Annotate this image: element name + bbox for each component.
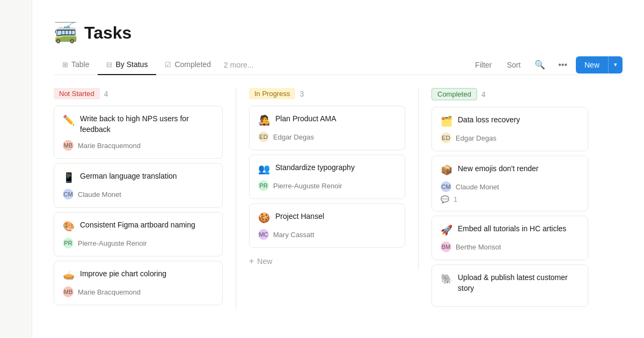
- task-card[interactable]: ✏️Write back to high NPS users for feedb…: [54, 106, 223, 159]
- avatar: BM: [441, 241, 451, 252]
- sort-button[interactable]: Sort: [501, 57, 526, 72]
- filter-button[interactable]: Filter: [470, 57, 497, 72]
- task-emoji: 🥧: [63, 269, 75, 281]
- search-button[interactable]: 🔍: [530, 56, 550, 73]
- task-card[interactable]: 🧑‍🎤Plan Product AMAEDEdgar Degas: [249, 106, 405, 150]
- task-assignee: EDEdgar Degas: [441, 133, 579, 143]
- task-title-row: 🚀Embed all tutorials in HC articles: [441, 224, 579, 236]
- task-assignee: EDEdgar Degas: [258, 131, 396, 142]
- comment-count: 1: [453, 195, 457, 203]
- kanban-column-completed: Completed4🗂️Data loss recoveryEDEdgar De…: [419, 88, 601, 311]
- task-emoji: 👥: [258, 163, 270, 175]
- task-card[interactable]: 🗂️Data loss recoveryEDEdgar Degas: [431, 107, 588, 151]
- task-card[interactable]: 🎨Consistent Figma artboard namingPRPierr…: [54, 212, 223, 256]
- tab-table-label: Table: [71, 60, 89, 69]
- column-count-completed: 4: [481, 90, 486, 99]
- new-button-group: New ▾: [576, 56, 623, 74]
- task-card[interactable]: 🐘Upload & publish latest customer story: [431, 264, 588, 307]
- avatar: MB: [63, 286, 74, 297]
- task-title-row: 📱German language translation: [63, 171, 214, 183]
- task-title-row: 🍪Project Hansel: [258, 211, 396, 224]
- task-title: Improve pie chart coloring: [80, 269, 166, 280]
- assignee-name: Edgar Degas: [456, 134, 496, 142]
- status-badge-not-started: Not Started: [54, 88, 100, 99]
- tab-bar: ⊞ Table ⊟ By Status ☑ Completed 2 more..…: [54, 55, 623, 75]
- task-assignee: CMClaude Monet: [63, 189, 214, 200]
- task-title-row: 🗂️Data loss recovery: [441, 115, 579, 127]
- page-title: Tasks: [84, 23, 131, 43]
- more-options-button[interactable]: •••: [554, 57, 572, 73]
- task-card[interactable]: 📱German language translationCMClaude Mon…: [54, 163, 223, 208]
- task-card[interactable]: 📦New emojis don't renderCMClaude Monet💬1: [431, 156, 588, 211]
- comment-icon: 💬: [441, 195, 449, 203]
- avatar: ED: [258, 131, 269, 142]
- kanban-board: Not Started4✏️Write back to high NPS use…: [54, 88, 623, 311]
- task-title: German language translation: [80, 171, 177, 182]
- avatar: MB: [63, 140, 74, 151]
- tab-completed[interactable]: ☑ Completed: [156, 55, 219, 75]
- task-title-row: 🧑‍🎤Plan Product AMA: [258, 114, 396, 126]
- task-assignee: PRPierre-Auguste Renoir: [63, 238, 214, 248]
- task-assignee: MCMary Cassatt: [258, 229, 396, 240]
- new-button[interactable]: New: [576, 56, 608, 74]
- avatar: MC: [258, 229, 269, 240]
- task-card[interactable]: 👥Standardize typographyPRPierre-Auguste …: [249, 155, 405, 199]
- task-title: Project Hansel: [275, 211, 324, 222]
- task-title-row: 🐘Upload & publish latest customer story: [441, 273, 579, 293]
- task-title-row: 📦New emojis don't render: [441, 164, 579, 176]
- assignee-name: Mary Cassatt: [273, 231, 314, 239]
- task-emoji: 🐘: [441, 273, 452, 285]
- main-content: 🚎 Tasks ⊞ Table ⊟ By Status ☑ Completed …: [32, 0, 644, 311]
- task-title: Data loss recovery: [458, 115, 520, 126]
- new-button-dropdown[interactable]: ▾: [608, 56, 623, 74]
- column-count-not-started: 4: [104, 90, 108, 98]
- task-emoji: 📱: [63, 172, 75, 183]
- task-card[interactable]: 🍪Project HanselMCMary Cassatt: [249, 203, 405, 248]
- new-task-button[interactable]: +New: [249, 252, 405, 270]
- task-title-row: ✏️Write back to high NPS users for feedb…: [63, 114, 214, 135]
- tab-by-status[interactable]: ⊟ By Status: [98, 55, 156, 75]
- task-emoji: 🗂️: [441, 115, 452, 127]
- status-badge-completed: Completed: [431, 88, 477, 100]
- task-emoji: 🎨: [63, 221, 75, 232]
- column-header-in-progress: In Progress3: [249, 88, 405, 99]
- task-title: Plan Product AMA: [275, 114, 336, 124]
- tab-more[interactable]: 2 more...: [219, 55, 258, 75]
- new-task-label: New: [257, 257, 272, 266]
- assignee-name: Edgar Degas: [273, 133, 314, 141]
- completed-tab-icon: ☑: [165, 61, 171, 69]
- avatar: ED: [441, 133, 451, 143]
- task-title: Consistent Figma artboard naming: [80, 220, 195, 231]
- assignee-name: Claude Monet: [456, 183, 499, 191]
- task-title: Standardize typography: [275, 163, 355, 173]
- task-title-row: 🎨Consistent Figma artboard naming: [63, 220, 214, 232]
- status-badge-in-progress: In Progress: [249, 88, 295, 99]
- task-assignee: BMBerthe Morisot: [441, 241, 579, 252]
- task-card[interactable]: 🥧Improve pie chart coloringMBMarie Bracq…: [54, 261, 223, 305]
- assignee-name: Berthe Morisot: [456, 243, 501, 251]
- assignee-name: Marie Bracquemond: [78, 288, 141, 296]
- column-count-in-progress: 3: [299, 90, 304, 98]
- task-emoji: 🚀: [441, 224, 452, 236]
- task-assignee: MBMarie Bracquemond: [63, 140, 214, 151]
- page-header: 🚎 Tasks: [54, 0, 623, 55]
- task-title: New emojis don't render: [458, 164, 539, 174]
- kanban-column-in-progress: In Progress3🧑‍🎤Plan Product AMAEDEdgar D…: [236, 88, 419, 270]
- task-meta: 💬1: [441, 195, 579, 203]
- task-assignee: CMClaude Monet: [441, 181, 579, 192]
- assignee-name: Pierre-Auguste Renoir: [78, 239, 147, 247]
- column-header-completed: Completed4: [431, 88, 588, 100]
- tab-table[interactable]: ⊞ Table: [54, 55, 98, 75]
- plus-icon: +: [249, 256, 254, 266]
- task-emoji: ✏️: [63, 114, 75, 126]
- task-title-row: 🥧Improve pie chart coloring: [63, 269, 214, 281]
- kanban-column-not-started: Not Started4✏️Write back to high NPS use…: [54, 88, 236, 310]
- task-title: Upload & publish latest customer story: [458, 273, 579, 293]
- task-assignee: PRPierre-Auguste Renoir: [258, 180, 396, 191]
- task-emoji: 🍪: [258, 212, 270, 224]
- task-assignee: MBMarie Bracquemond: [63, 286, 214, 297]
- page-emoji: 🚎: [54, 21, 78, 44]
- task-card[interactable]: 🚀Embed all tutorials in HC articlesBMBer…: [431, 216, 588, 260]
- column-header-not-started: Not Started4: [54, 88, 223, 99]
- assignee-name: Pierre-Auguste Renoir: [273, 182, 342, 190]
